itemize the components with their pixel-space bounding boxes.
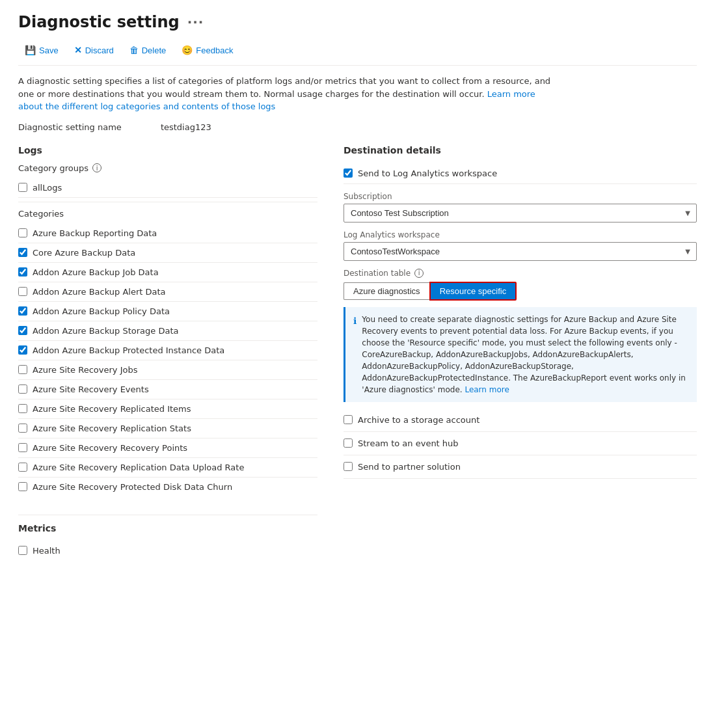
partner-checkbox[interactable] <box>344 462 353 471</box>
category-label-8[interactable]: Azure Site Recovery Events <box>33 384 149 394</box>
allLogs-label[interactable]: allLogs <box>33 183 62 193</box>
workspace-label: Log Analytics workspace <box>344 230 697 239</box>
subscription-label: Subscription <box>344 192 697 201</box>
category-checkbox-7[interactable] <box>18 365 27 374</box>
category-label-4[interactable]: Addon Azure Backup Policy Data <box>33 306 170 316</box>
category-row: Addon Azure Backup Alert Data <box>18 282 317 302</box>
subscription-select-wrapper: Contoso Test Subscription ▼ <box>344 204 697 222</box>
info-box-icon: ℹ <box>353 314 357 396</box>
category-row: Azure Site Recovery Events <box>18 380 317 399</box>
subscription-select[interactable]: Contoso Test Subscription <box>344 204 697 222</box>
setting-name-row: Diagnostic setting name testdiag123 <box>18 122 697 132</box>
destination-table-label: Destination table i <box>344 269 697 278</box>
categories-text: Categories <box>18 209 64 219</box>
category-checkbox-12[interactable] <box>18 463 27 472</box>
discard-icon: ✕ <box>74 45 82 55</box>
category-row: Azure Site Recovery Recovery Points <box>18 438 317 458</box>
stream-label[interactable]: Stream to an event hub <box>358 438 459 448</box>
category-label-13[interactable]: Azure Site Recovery Protected Disk Data … <box>33 482 232 492</box>
allLogs-checkbox[interactable] <box>18 183 27 192</box>
category-row: Azure Site Recovery Protected Disk Data … <box>18 478 317 496</box>
logs-section-title: Logs <box>18 145 317 155</box>
category-label-3[interactable]: Addon Azure Backup Alert Data <box>33 287 166 297</box>
category-row: Azure Site Recovery Replication Stats <box>18 419 317 438</box>
feedback-button[interactable]: 😊 Feedback <box>175 42 239 59</box>
category-checkbox-5[interactable] <box>18 326 27 335</box>
page-title: Diagnostic setting ··· <box>18 13 697 31</box>
category-groups-info-icon[interactable]: i <box>92 163 101 172</box>
category-row: Azure Site Recovery Jobs <box>18 360 317 380</box>
categories-label: Categories <box>18 209 317 219</box>
archive-checkbox[interactable] <box>344 415 353 424</box>
category-label-0[interactable]: Azure Backup Reporting Data <box>33 228 157 238</box>
resource-specific-button[interactable]: Resource specific <box>429 282 517 301</box>
metrics-section-title: Metrics <box>18 523 317 533</box>
category-row: Addon Azure Backup Protected Instance Da… <box>18 341 317 360</box>
categories-section: Azure Backup Reporting Data Core Azure B… <box>18 224 317 496</box>
send-to-log-analytics-row: Send to Log Analytics workspace <box>344 163 697 184</box>
category-checkbox-0[interactable] <box>18 228 27 237</box>
category-label-2[interactable]: Addon Azure Backup Job Data <box>33 267 159 277</box>
send-to-log-analytics-checkbox[interactable] <box>344 169 353 178</box>
category-label-7[interactable]: Azure Site Recovery Jobs <box>33 365 137 375</box>
category-checkbox-8[interactable] <box>18 384 27 394</box>
resource-specific-label: Resource specific <box>440 286 507 296</box>
metric-checkbox-0[interactable] <box>18 546 27 555</box>
category-checkbox-1[interactable] <box>18 248 27 257</box>
description-text: A diagnostic setting specifies a list of… <box>18 76 550 99</box>
destination-section-title: Destination details <box>344 145 697 155</box>
category-label-9[interactable]: Azure Site Recovery Replicated Items <box>33 404 191 414</box>
stream-checkbox[interactable] <box>344 438 353 448</box>
discard-label: Discard <box>85 46 114 55</box>
azure-diagnostics-label: Azure diagnostics <box>353 286 420 296</box>
category-checkbox-11[interactable] <box>18 443 27 452</box>
metric-row: Health <box>18 541 317 560</box>
table-options: Azure diagnostics Resource specific <box>344 282 697 301</box>
category-checkbox-3[interactable] <box>18 287 27 296</box>
save-button[interactable]: 💾 Save <box>18 42 65 59</box>
feedback-icon: 😊 <box>182 45 193 55</box>
category-row: Azure Site Recovery Replication Data Upl… <box>18 458 317 478</box>
workspace-select[interactable]: ContosoTestWorkspace <box>344 242 697 261</box>
category-row: Addon Azure Backup Storage Data <box>18 321 317 341</box>
category-label-1[interactable]: Core Azure Backup Data <box>33 248 135 258</box>
info-box-text: You need to create separate diagnostic s… <box>362 314 689 396</box>
setting-name-value: testdiag123 <box>161 122 211 132</box>
category-label-12[interactable]: Azure Site Recovery Replication Data Upl… <box>33 463 244 472</box>
category-label-10[interactable]: Azure Site Recovery Replication Stats <box>33 424 191 433</box>
info-box-content: You need to create separate diagnostic s… <box>362 315 686 394</box>
archive-label[interactable]: Archive to a storage account <box>358 415 479 425</box>
destination-table-info-icon[interactable]: i <box>414 269 424 278</box>
category-row: Addon Azure Backup Policy Data <box>18 302 317 321</box>
save-label: Save <box>39 46 59 55</box>
send-to-log-analytics-label[interactable]: Send to Log Analytics workspace <box>358 169 497 178</box>
title-text: Diagnostic setting <box>18 13 180 31</box>
setting-name-label: Diagnostic setting name <box>18 122 122 132</box>
category-label-5[interactable]: Addon Azure Backup Storage Data <box>33 326 178 336</box>
toolbar: 💾 Save ✕ Discard 🗑 Delete 😊 Feedback <box>18 42 697 66</box>
save-icon: 💾 <box>25 45 36 55</box>
info-box-learn-more-link[interactable]: Learn more <box>465 385 509 394</box>
workspace-field: Log Analytics workspace ContosoTestWorks… <box>344 230 697 261</box>
category-checkbox-10[interactable] <box>18 424 27 433</box>
discard-button[interactable]: ✕ Discard <box>68 42 120 59</box>
category-checkbox-13[interactable] <box>18 482 27 491</box>
category-checkbox-4[interactable] <box>18 306 27 316</box>
metrics-section: Metrics Health <box>18 515 317 560</box>
category-row: Azure Site Recovery Replicated Items <box>18 399 317 419</box>
partner-row: Send to partner solution <box>344 455 697 479</box>
metric-label-0[interactable]: Health <box>33 546 61 556</box>
azure-diagnostics-button[interactable]: Azure diagnostics <box>344 282 429 300</box>
delete-button[interactable]: 🗑 Delete <box>123 42 173 59</box>
delete-label: Delete <box>142 46 167 55</box>
archive-row: Archive to a storage account <box>344 409 697 432</box>
subscription-field: Subscription Contoso Test Subscription ▼ <box>344 192 697 222</box>
category-checkbox-2[interactable] <box>18 267 27 276</box>
category-label-11[interactable]: Azure Site Recovery Recovery Points <box>33 443 187 453</box>
info-box: ℹ You need to create separate diagnostic… <box>344 307 697 402</box>
partner-label[interactable]: Send to partner solution <box>358 462 461 472</box>
category-label-6[interactable]: Addon Azure Backup Protected Instance Da… <box>33 345 224 355</box>
category-checkbox-6[interactable] <box>18 345 27 355</box>
ellipsis-menu[interactable]: ··· <box>187 14 204 30</box>
category-checkbox-9[interactable] <box>18 404 27 413</box>
